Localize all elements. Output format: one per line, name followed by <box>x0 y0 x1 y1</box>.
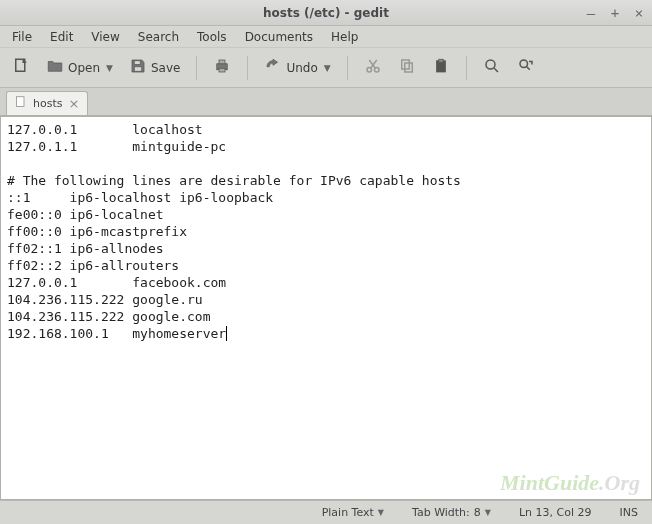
toolbar-separator <box>466 56 467 80</box>
syntax-selector[interactable]: Plain Text ▼ <box>322 506 384 519</box>
toolbar-separator <box>347 56 348 80</box>
tabstrip: hosts × <box>0 88 652 116</box>
tabwidth-label: Tab Width: <box>412 506 470 519</box>
editor-area[interactable]: 127.0.0.1 localhost 127.0.1.1 mintguide-… <box>0 116 652 500</box>
titlebar: hosts (/etc) - gedit – + × <box>0 0 652 26</box>
chevron-down-icon: ▼ <box>322 63 331 73</box>
chevron-down-icon: ▼ <box>378 508 384 517</box>
search-icon <box>483 57 501 78</box>
close-icon[interactable]: × <box>68 97 79 110</box>
open-icon <box>46 57 64 78</box>
save-label: Save <box>151 61 180 75</box>
tabwidth-value: 8 <box>474 506 481 519</box>
toolbar: Open ▼ Save Undo ▼ <box>0 48 652 88</box>
cursor-position: Ln 13, Col 29 <box>519 506 592 519</box>
svg-rect-11 <box>438 59 443 62</box>
menu-view[interactable]: View <box>83 28 127 46</box>
statusbar: Plain Text ▼ Tab Width: 8 ▼ Ln 13, Col 2… <box>0 500 652 524</box>
find-button[interactable] <box>477 53 507 83</box>
toolbar-separator <box>196 56 197 80</box>
save-button[interactable]: Save <box>123 53 186 83</box>
svg-rect-14 <box>17 97 25 107</box>
undo-icon <box>264 57 282 78</box>
menu-edit[interactable]: Edit <box>42 28 81 46</box>
chevron-down-icon: ▼ <box>485 508 491 517</box>
save-icon <box>129 57 147 78</box>
chevron-down-icon: ▼ <box>104 63 113 73</box>
svg-point-12 <box>486 60 495 69</box>
syntax-label: Plain Text <box>322 506 374 519</box>
window-title: hosts (/etc) - gedit <box>263 6 389 20</box>
menu-search[interactable]: Search <box>130 28 187 46</box>
window-controls: – + × <box>584 0 646 25</box>
open-label: Open <box>68 61 100 75</box>
undo-button[interactable]: Undo ▼ <box>258 53 336 83</box>
svg-rect-4 <box>219 60 225 64</box>
svg-point-13 <box>520 60 528 68</box>
print-button[interactable] <box>207 53 237 83</box>
find-replace-button[interactable] <box>511 53 541 83</box>
cut-icon <box>364 57 382 78</box>
new-doc-button[interactable] <box>6 53 36 83</box>
document-icon <box>15 95 27 112</box>
paste-button[interactable] <box>426 53 456 83</box>
minimize-button[interactable]: – <box>584 6 598 20</box>
undo-label: Undo <box>286 61 317 75</box>
new-doc-icon <box>12 57 30 78</box>
paste-icon <box>432 57 450 78</box>
copy-icon <box>398 57 416 78</box>
menu-tools[interactable]: Tools <box>189 28 235 46</box>
copy-button[interactable] <box>392 53 422 83</box>
svg-rect-2 <box>134 67 142 72</box>
tab-hosts[interactable]: hosts × <box>6 91 88 115</box>
menu-file[interactable]: File <box>4 28 40 46</box>
menu-documents[interactable]: Documents <box>237 28 321 46</box>
toolbar-separator <box>247 56 248 80</box>
text-cursor <box>226 326 227 341</box>
svg-rect-5 <box>219 68 225 72</box>
svg-rect-1 <box>134 61 140 65</box>
menubar: File Edit View Search Tools Documents He… <box>0 26 652 48</box>
close-button[interactable]: × <box>632 6 646 20</box>
menu-help[interactable]: Help <box>323 28 366 46</box>
editor-content: 127.0.0.1 localhost 127.0.1.1 mintguide-… <box>7 122 461 341</box>
tabwidth-selector[interactable]: Tab Width: 8 ▼ <box>412 506 491 519</box>
open-button[interactable]: Open ▼ <box>40 53 119 83</box>
tab-label: hosts <box>33 97 62 110</box>
print-icon <box>213 57 231 78</box>
insert-mode[interactable]: INS <box>620 506 638 519</box>
maximize-button[interactable]: + <box>608 6 622 20</box>
cut-button[interactable] <box>358 53 388 83</box>
find-replace-icon <box>517 57 535 78</box>
